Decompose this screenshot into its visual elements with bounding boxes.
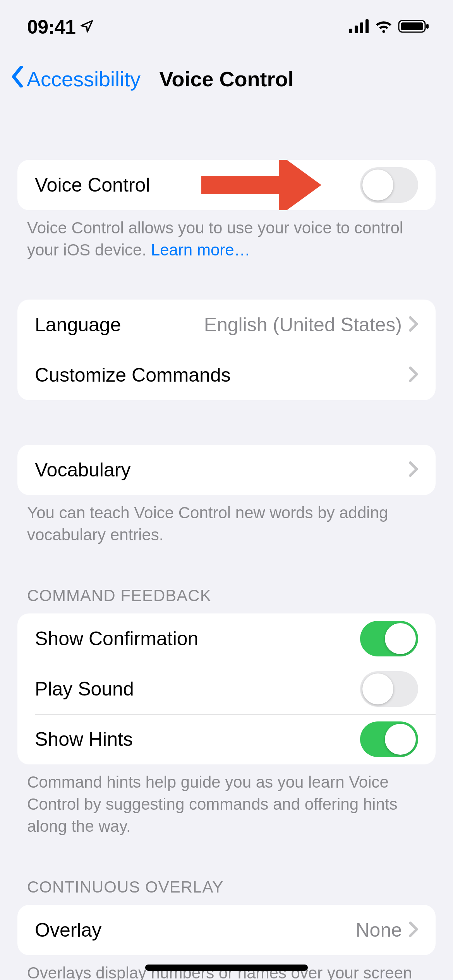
wifi-icon bbox=[374, 19, 393, 35]
command-feedback-footer: Command hints help guide you as you lear… bbox=[0, 764, 453, 837]
voice-control-footer: Voice Control allows you to use your voi… bbox=[0, 210, 453, 261]
svg-rect-0 bbox=[349, 29, 352, 33]
show-confirmation-row[interactable]: Show Confirmation bbox=[17, 613, 436, 664]
chevron-right-icon bbox=[409, 461, 418, 478]
voice-control-group: Voice Control bbox=[17, 160, 436, 210]
customize-commands-row[interactable]: Customize Commands bbox=[17, 350, 436, 400]
language-label: Language bbox=[35, 314, 121, 336]
page-title: Voice Control bbox=[159, 67, 293, 91]
voice-control-label: Voice Control bbox=[35, 174, 150, 196]
play-sound-row[interactable]: Play Sound bbox=[17, 664, 436, 714]
play-sound-toggle[interactable] bbox=[360, 671, 418, 707]
svg-rect-6 bbox=[426, 24, 429, 29]
show-confirmation-toggle[interactable] bbox=[360, 621, 418, 656]
voice-control-toggle[interactable] bbox=[360, 167, 418, 203]
svg-rect-2 bbox=[360, 22, 363, 33]
overlay-label: Overlay bbox=[35, 919, 101, 941]
battery-icon bbox=[398, 19, 430, 35]
vocabulary-label: Vocabulary bbox=[35, 459, 130, 481]
continuous-overlay-header: Continuous Overlay bbox=[0, 876, 453, 905]
back-button-label: Accessibility bbox=[27, 67, 141, 91]
customize-commands-label: Customize Commands bbox=[35, 364, 231, 386]
chevron-right-icon bbox=[409, 922, 418, 939]
cellular-signal-icon bbox=[349, 19, 369, 35]
chevron-right-icon bbox=[409, 367, 418, 384]
back-button[interactable]: Accessibility bbox=[10, 66, 141, 92]
vocabulary-footer: You can teach Voice Control new words by… bbox=[0, 495, 453, 546]
play-sound-label: Play Sound bbox=[35, 678, 134, 700]
overlay-value: None bbox=[101, 919, 402, 941]
svg-rect-5 bbox=[401, 22, 423, 30]
status-right bbox=[349, 19, 430, 35]
show-confirmation-label: Show Confirmation bbox=[35, 627, 198, 650]
status-time: 09:41 bbox=[27, 16, 76, 38]
language-group: Language English (United States) Customi… bbox=[17, 300, 436, 400]
language-value: English (United States) bbox=[121, 314, 402, 336]
annotation-arrow-icon bbox=[201, 160, 321, 210]
vocabulary-row[interactable]: Vocabulary bbox=[17, 445, 436, 495]
show-hints-label: Show Hints bbox=[35, 728, 133, 750]
show-hints-row[interactable]: Show Hints bbox=[17, 714, 436, 764]
command-feedback-group: Show Confirmation Play Sound Show Hints bbox=[17, 613, 436, 764]
language-row[interactable]: Language English (United States) bbox=[17, 300, 436, 350]
show-hints-toggle[interactable] bbox=[360, 721, 418, 757]
status-bar: 09:41 bbox=[0, 0, 453, 54]
home-indicator[interactable] bbox=[145, 965, 308, 971]
chevron-right-icon bbox=[409, 316, 418, 333]
command-feedback-header: Command Feedback bbox=[0, 585, 453, 614]
chevron-left-icon bbox=[10, 66, 25, 92]
learn-more-link[interactable]: Learn more… bbox=[151, 241, 251, 259]
overlay-row[interactable]: Overlay None bbox=[17, 905, 436, 955]
overlay-group: Overlay None bbox=[17, 905, 436, 955]
vocabulary-group: Vocabulary bbox=[17, 445, 436, 495]
svg-rect-1 bbox=[355, 26, 358, 33]
svg-rect-3 bbox=[365, 19, 369, 33]
location-arrow-icon bbox=[79, 19, 94, 35]
voice-control-row[interactable]: Voice Control bbox=[17, 160, 436, 210]
navigation-bar: Accessibility Voice Control bbox=[0, 54, 453, 115]
status-left: 09:41 bbox=[27, 16, 94, 38]
